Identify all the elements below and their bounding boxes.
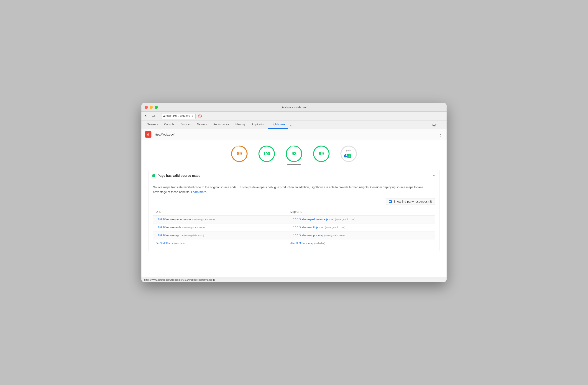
audit-section: Page has valid source maps Source maps t… [148, 170, 440, 251]
tab-console[interactable]: Console [161, 121, 177, 129]
devtools-content: https://web.dev/ ⋮ 89 100 [141, 129, 447, 277]
titlebar: DevTools - web.dev/ [141, 103, 447, 112]
table-cell-map-url[interactable]: ...6.6.1/firebase-app.js.map (www.gstati… [288, 231, 435, 239]
tab-lighthouse[interactable]: Lighthouse [268, 121, 288, 129]
show-3rdparty-checkbox[interactable] [389, 200, 392, 203]
table-cell-map-url[interactable]: ...6.6.1/firebase-auth.js.map (www.gstat… [288, 223, 435, 231]
devtools-tabs: Elements Console Sources Network Perform… [141, 121, 447, 129]
statusbar-url: https://www.gstatic.com/firebasejs/6.6.1… [144, 278, 215, 281]
svg-text:99: 99 [319, 151, 324, 156]
table-cell-map-url[interactable]: ...6.6.1/firebase-performance.js.map (ww… [288, 215, 435, 223]
inspect-icon[interactable] [143, 113, 149, 119]
lighthouse-header: https://web.dev/ ⋮ [141, 129, 447, 140]
devtools-window: DevTools - web.dev/ 4:00:05 PM - web.dev… [141, 103, 447, 282]
no-throttle-icon[interactable]: 🚫 [197, 113, 203, 119]
tab-memory[interactable]: Memory [232, 121, 249, 129]
lighthouse-logo [145, 131, 151, 138]
window-title: DevTools - web.dev/ [281, 106, 307, 109]
audit-header-left: Page has valid source maps [152, 174, 200, 177]
lighthouse-url: https://web.dev/ [154, 133, 436, 136]
table-cell-url[interactable]: ...6.6.1/firebase-performance.js (www.gs… [153, 215, 288, 223]
score-performance[interactable]: 89 [230, 145, 249, 163]
svg-point-3 [434, 125, 435, 127]
toolbar-divider [159, 114, 159, 118]
audit-description: Source maps translate minified code to t… [153, 185, 435, 194]
score-seo[interactable]: 99 [312, 145, 330, 163]
checkbox-row: Show 3rd-party resources (3) [153, 198, 435, 205]
svg-point-19 [341, 146, 357, 162]
col-url: URL [153, 209, 288, 215]
table-cell-url[interactable]: ...6.6.1/firebase-auth.js (www.gstatic.c… [153, 223, 288, 231]
tab-application[interactable]: Application [249, 121, 268, 129]
session-selector[interactable]: 4:00:05 PM - web.dev ▼ [161, 113, 196, 119]
statusbar: https://www.gstatic.com/firebasejs/6.6.1… [141, 277, 447, 282]
score-pwa[interactable]: PWA [339, 145, 358, 163]
lighthouse-more-icon[interactable]: ⋮ [438, 132, 443, 137]
more-tabs-button[interactable]: » [288, 122, 294, 129]
scores-area: 89 100 93 [141, 140, 447, 165]
table-cell-url[interactable]: /lit-72fd3f8a.js (web.dev) [153, 239, 288, 247]
session-label: 4:00:05 PM - web.dev [163, 115, 190, 118]
svg-rect-0 [152, 115, 154, 117]
audit-header[interactable]: Page has valid source maps [148, 170, 440, 181]
table-cell-map-url[interactable]: /lit-72fd3f8a.js.map (web.dev) [288, 239, 435, 247]
svg-text:89: 89 [237, 151, 242, 156]
audit-status-dot [152, 174, 155, 177]
devtools-toolbar: 4:00:05 PM - web.dev ▼ 🚫 [141, 112, 447, 121]
main-panel: Page has valid source maps Source maps t… [141, 165, 447, 256]
audit-chevron-icon [432, 173, 436, 178]
score-accessibility[interactable]: 100 [258, 145, 276, 163]
close-button[interactable] [145, 106, 148, 109]
titlebar-buttons [145, 106, 158, 109]
table-cell-url[interactable]: ...6.6.1/firebase-app.js (www.gstatic.co… [153, 231, 288, 239]
tab-elements[interactable]: Elements [143, 121, 161, 129]
audit-title: Page has valid source maps [158, 174, 200, 177]
tabs-settings: ⋮ [430, 123, 445, 129]
svg-text:PWA: PWA [346, 150, 351, 152]
table-row: ...6.6.1/firebase-app.js (www.gstatic.co… [153, 231, 435, 239]
settings-icon[interactable] [431, 123, 437, 129]
learn-more-link[interactable]: Learn more [191, 190, 206, 194]
audit-table: URL Map URL ...6.6.1/firebase-performanc… [153, 209, 435, 247]
session-dropdown-icon: ▼ [191, 115, 194, 117]
svg-rect-1 [154, 115, 155, 117]
svg-text:93: 93 [292, 151, 296, 156]
tab-network[interactable]: Network [194, 121, 210, 129]
tab-sources[interactable]: Sources [177, 121, 194, 129]
show-3rdparty-text: Show 3rd-party resources (3) [394, 200, 432, 203]
audit-body: Source maps translate minified code to t… [148, 181, 440, 251]
table-row: ...6.6.1/firebase-auth.js (www.gstatic.c… [153, 223, 435, 231]
maximize-button[interactable] [155, 106, 158, 109]
svg-text:100: 100 [263, 151, 270, 156]
more-menu-icon[interactable]: ⋮ [438, 123, 444, 129]
show-3rdparty-label[interactable]: Show 3rd-party resources (3) [386, 198, 435, 205]
tab-performance[interactable]: Performance [210, 121, 232, 129]
score-best-practices[interactable]: 93 [285, 145, 303, 163]
minimize-button[interactable] [150, 106, 153, 109]
device-toggle-icon[interactable] [150, 113, 156, 119]
table-row: ...6.6.1/firebase-performance.js (www.gs… [153, 215, 435, 223]
table-row: /lit-72fd3f8a.js (web.dev) /lit-72fd3f8a… [153, 239, 435, 247]
col-map-url: Map URL [288, 209, 435, 215]
